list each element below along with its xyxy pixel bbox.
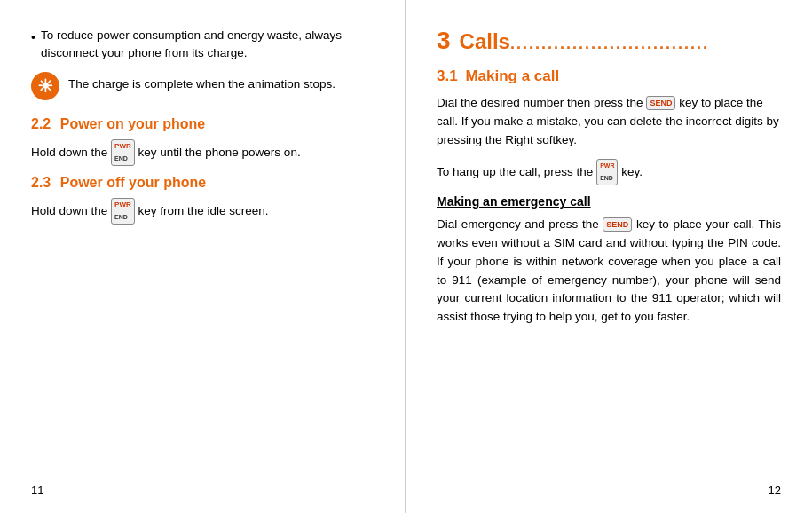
section-3-1-para2: To hang up the call, press the PWR END k…	[437, 159, 781, 185]
chapter-heading-row: 3 Calls................................	[437, 27, 781, 55]
bullet-dot: •	[31, 28, 35, 47]
page-number-right: 12	[769, 484, 781, 497]
right-page: 3 Calls................................ …	[406, 0, 812, 513]
section-2-2-heading: 2.2 Power on your phone	[31, 116, 374, 132]
send-key-icon-1: SEND	[646, 96, 675, 110]
chapter-title: Calls................................	[460, 29, 709, 54]
left-page: • To reduce power consumption and energy…	[0, 0, 406, 513]
emergency-heading: Making an emergency call	[437, 194, 781, 209]
page-number-left: 11	[31, 484, 43, 497]
bullet-item: • To reduce power consumption and energy…	[31, 27, 374, 63]
section-3-1-para1: Dial the desired number then press the S…	[437, 94, 781, 150]
bullet-text: To reduce power consumption and energy w…	[41, 27, 374, 63]
section-2-3-heading: 2.3 Power off your phone	[31, 175, 374, 191]
end-key-icon: PWR END	[596, 159, 618, 185]
chapter-dots: ................................	[510, 35, 709, 52]
emergency-body: Dial emergency and press the SEND key to…	[437, 216, 781, 328]
send-key-icon-2: SEND	[603, 217, 632, 232]
note-box: ☀ The charge is complete when the animat…	[31, 72, 374, 100]
section-2-3-body: Hold down the PWR END key from the idle …	[31, 198, 374, 225]
chapter-number: 3	[437, 27, 451, 55]
section-2-2-body: Hold down the PWR END key until the phon…	[31, 139, 374, 166]
section-3-1-heading: 3.1 Making a call	[437, 67, 781, 85]
note-text: The charge is complete when the animatio…	[68, 72, 335, 93]
note-icon: ☀	[31, 72, 59, 100]
pwr-end-key-icon-2: PWR END	[111, 198, 135, 225]
pwr-end-key-icon-1: PWR END	[111, 139, 135, 166]
